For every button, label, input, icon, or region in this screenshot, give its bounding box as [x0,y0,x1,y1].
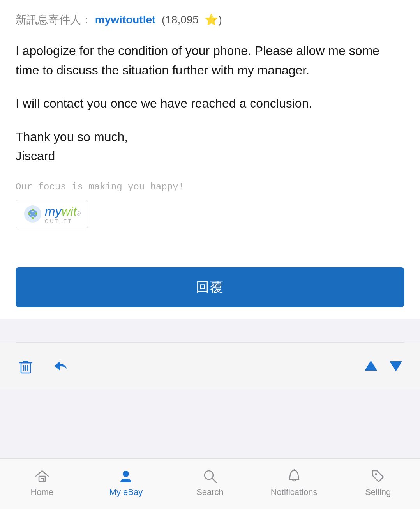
reply-action-button[interactable] [51,356,72,376]
logo-wit: wit [62,204,77,219]
delete-button[interactable] [16,356,36,376]
nav-label-selling: Selling [365,487,391,497]
message-body: I apologize for the condition of your ph… [16,41,404,166]
trash-icon [16,356,36,376]
nav-bar: Home My eBay Search Notifications Sellin… [0,458,420,509]
reply-button[interactable]: 回覆 [16,267,404,307]
reply-icon [51,356,72,376]
logo-container: mywit® OUTLET [16,200,404,228]
svg-point-5 [32,217,34,219]
svg-point-14 [375,473,377,475]
svg-point-4 [32,209,34,211]
nav-label-home: Home [30,487,53,497]
logo-box: mywit® OUTLET [16,200,88,228]
svg-marker-8 [390,361,402,371]
logo-reg: ® [77,210,81,217]
nav-label-notifications: Notifications [271,487,318,497]
logo-outlet: OUTLET [45,219,72,224]
main-content: 新訊息寄件人： mywitoutlet (18,095 ⭐) I apologi… [0,0,420,458]
svg-point-2 [28,212,30,215]
mywit-logo-icon [23,204,42,224]
sender-label: 新訊息寄件人： [16,14,92,26]
notifications-icon [286,468,303,485]
reply-button-container: 回覆 [0,260,420,319]
selling-icon [369,468,386,485]
paragraph-3: Thank you so much, Jiscard [16,127,404,166]
paragraph-2: I will contact you once we have reached … [16,94,404,113]
svg-point-3 [35,212,37,215]
action-bar-right [362,357,404,375]
down-arrow-icon [387,357,404,375]
home-icon [34,468,51,485]
nav-item-home[interactable]: Home [0,459,84,509]
nav-label-search: Search [196,487,224,497]
spacer [0,319,420,342]
paragraph-1: I apologize for the condition of your ph… [16,41,404,80]
message-container: 新訊息寄件人： mywitoutlet (18,095 ⭐) I apologi… [0,0,420,260]
nav-item-notifications[interactable]: Notifications [252,459,336,509]
logo-text: mywit® OUTLET [45,204,81,224]
myebay-icon [117,468,134,485]
signature-tagline: Our focus is making you happy! [16,182,404,192]
prev-message-button[interactable] [362,357,379,375]
svg-point-11 [123,471,129,477]
svg-point-12 [205,471,213,479]
sender-name[interactable]: mywitoutlet [95,14,156,26]
nav-item-selling[interactable]: Selling [336,459,420,509]
logo-my: my [45,204,62,219]
action-bar [0,343,420,389]
nav-item-search[interactable]: Search [168,459,252,509]
nav-item-myebay[interactable]: My eBay [84,459,168,509]
up-arrow-icon [362,357,379,375]
action-bar-left [16,356,72,376]
next-message-button[interactable] [387,357,404,375]
svg-marker-7 [365,361,377,371]
sender-rating: (18,095 ⭐) [159,14,222,26]
sender-line: 新訊息寄件人： mywitoutlet (18,095 ⭐) [16,12,404,27]
search-icon [201,468,219,485]
nav-label-myebay: My eBay [109,487,143,497]
